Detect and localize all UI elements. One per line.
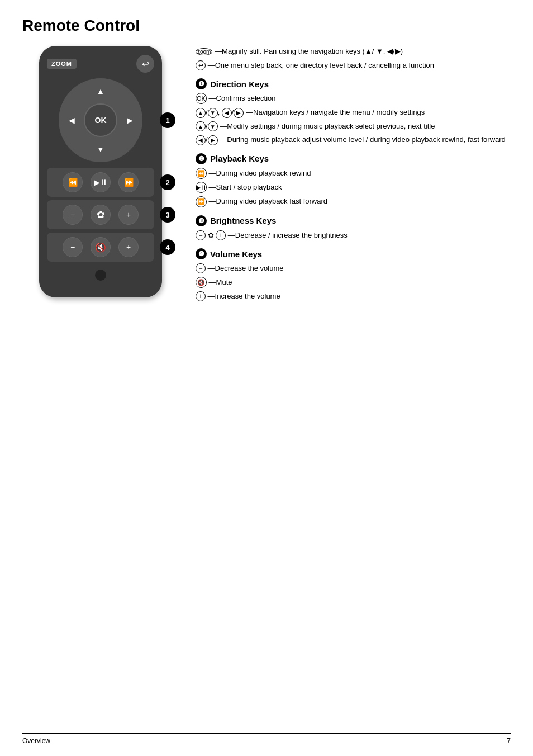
badge-4: 4 [160, 239, 175, 255]
ff-sym: ⏩ [196, 196, 207, 207]
mute-sym: 🔇 [196, 277, 207, 288]
minus-icon: − [70, 210, 75, 219]
dir-item-1: OK —Confirms selection [196, 93, 511, 104]
playback-row-wrapper: ⏪ ▶⏸ ⏩ 2 [47, 168, 154, 197]
bright-item-1: − ✿ + —Decrease / increase the brightnes… [196, 230, 511, 241]
right-arrow[interactable]: ▶ [121, 112, 138, 129]
volume-row-wrapper: − 🔇 + 4 [47, 233, 154, 262]
intro-block: zoom —Magnify still. Pan using the navig… [196, 46, 511, 70]
remote-top-row: ZOOM ↩ [47, 55, 154, 73]
section-title-3: Brightness Keys [210, 216, 276, 225]
zoom-button[interactable]: ZOOM [47, 59, 77, 69]
sun-icon: ✿ [97, 209, 105, 221]
direction-pad-wrapper: ▲ ▼ ◀ ▶ OK 1 [47, 78, 154, 162]
vol-plus-icon: + [126, 243, 131, 252]
brightness-increase-button[interactable]: + [118, 205, 139, 225]
brightness-decrease-button[interactable]: − [63, 205, 83, 225]
num-badge-2: ❷ [196, 153, 207, 164]
back-icon: ↩ [142, 59, 149, 69]
vol-minus-sym: − [196, 263, 206, 273]
brightness-row-wrapper: − ✿ + 3 [47, 200, 154, 229]
remote-illustration: ZOOM ↩ ▲ ▼ ◀ ▶ OK [22, 46, 179, 304]
section-heading-3: ❸ Brightness Keys [196, 215, 511, 226]
dir-item-4: ◀/▶ —During music playback adjust volume… [196, 134, 511, 145]
plus-icon: + [126, 210, 131, 219]
badge-3: 3 [160, 207, 175, 223]
remote-outer: ZOOM ↩ ▲ ▼ ◀ ▶ OK [34, 46, 168, 297]
back-button[interactable]: ↩ [136, 55, 154, 73]
volume-section: − 🔇 + [47, 233, 154, 262]
left-arrow[interactable]: ◀ [63, 112, 80, 129]
page-footer: Overview 7 [22, 733, 511, 745]
rewind-icon: ⏪ [68, 178, 78, 187]
volume-decrease-button[interactable]: − [63, 237, 83, 257]
mute-button[interactable]: 🔇 [91, 237, 111, 257]
play-item-1: ⏪ —During video playback rewind [196, 168, 511, 179]
section-heading-2: ❷ Playback Keys [196, 153, 511, 164]
num-badge-3: ❸ [196, 215, 207, 226]
power-indicator [95, 270, 106, 281]
back-sym: ↩ [196, 60, 206, 70]
ok-sym: OK [196, 93, 207, 104]
direction-pad: ▲ ▼ ◀ ▶ OK [59, 78, 142, 162]
brightness-icon-btn: ✿ [91, 205, 111, 225]
rewind-button[interactable]: ⏪ [63, 172, 83, 192]
zoom-sym: zoom [196, 48, 212, 55]
footer-left: Overview [22, 737, 50, 745]
dir-item-2: ▲/▼, ◀/▶ —Navigation keys / navigate the… [196, 107, 511, 118]
section-title-1: Direction Keys [210, 79, 269, 89]
play-pause-icon: ▶⏸ [94, 178, 108, 187]
bright-minus-sym: − [196, 230, 206, 240]
badge-1: 1 [160, 112, 175, 128]
badge-2: 2 [160, 174, 175, 190]
leftright-syms: ◀/▶ [196, 135, 220, 144]
volume-increase-button[interactable]: + [118, 237, 139, 257]
bright-plus-sym: + [216, 230, 226, 240]
dir-item-3: ▲/▼ —Modify settings / during music play… [196, 121, 511, 132]
down-arrow[interactable]: ▼ [92, 141, 109, 158]
intro-line1: zoom —Magnify still. Pan using the navig… [196, 46, 511, 57]
up-arrow[interactable]: ▲ [92, 83, 109, 100]
playback-section: ⏪ ▶⏸ ⏩ [47, 168, 154, 197]
mute-icon: 🔇 [95, 242, 106, 253]
vol-item-2: 🔇 —Mute [196, 277, 511, 288]
playpause-sym: ▶⏸ [196, 182, 207, 193]
nav-syms: ▲/▼, ◀/▶ [196, 108, 246, 116]
vol-item-3: + —Increase the volume [196, 291, 511, 302]
section-title-4: Volume Keys [210, 249, 262, 259]
page: Remote Control ZOOM ↩ ▲ [0, 0, 533, 756]
fast-forward-icon: ⏩ [124, 178, 134, 187]
intro-line2: ↩ —One menu step back, one directory lev… [196, 60, 511, 71]
num-badge-1: ❶ [196, 78, 207, 89]
play-item-2: ▶⏸ —Start / stop playback [196, 182, 511, 193]
ok-button[interactable]: OK [84, 103, 117, 137]
section-heading-1: ❶ Direction Keys [196, 78, 511, 89]
content-area: ZOOM ↩ ▲ ▼ ◀ ▶ OK [22, 46, 511, 304]
brightness-section: − ✿ + [47, 200, 154, 229]
section-heading-4: ❹ Volume Keys [196, 248, 511, 259]
play-item-3: ⏩ —During video playback fast forward [196, 196, 511, 207]
footer-right: 7 [507, 737, 511, 745]
vol-minus-icon: − [70, 243, 75, 252]
play-pause-button[interactable]: ▶⏸ [91, 172, 111, 192]
page-title: Remote Control [22, 17, 511, 35]
fast-forward-button[interactable]: ⏩ [118, 172, 139, 192]
remote-device: ZOOM ↩ ▲ ▼ ◀ ▶ OK [39, 46, 162, 297]
vol-item-1: − —Decrease the volume [196, 263, 511, 274]
description-area: zoom —Magnify still. Pan using the navig… [196, 46, 511, 304]
rw-sym: ⏪ [196, 168, 207, 179]
section-title-2: Playback Keys [210, 154, 269, 163]
num-badge-4: ❹ [196, 248, 207, 259]
vol-plus-sym: + [196, 291, 206, 301]
updown-syms: ▲/▼ [196, 122, 220, 130]
